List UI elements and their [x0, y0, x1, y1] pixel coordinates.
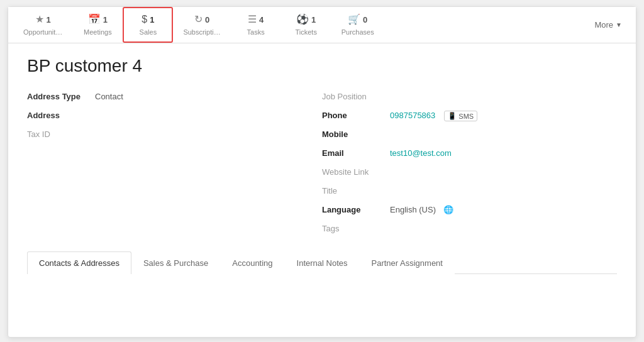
record-title[interactable]: BP customer 4	[27, 56, 617, 77]
nav-item-purchases[interactable]: 🛒 0 Purchases	[331, 7, 384, 43]
field-label-job_position: Job Position	[322, 92, 385, 101]
tasks-icon: ☰	[248, 13, 257, 26]
nav-item-opportunities[interactable]: ★ 1 Opportunit…	[13, 7, 72, 43]
field-row-language: LanguageEnglish (US)🌐	[322, 205, 617, 220]
nav-item-tickets[interactable]: ⚽ 1 Tickets	[281, 7, 331, 43]
sms-label: SMS	[458, 113, 474, 120]
field-row-left-1: Address	[27, 111, 322, 126]
subscriptions-icon: ↻	[194, 13, 203, 26]
tickets-icon: ⚽	[296, 13, 309, 26]
more-label: More	[594, 20, 613, 30]
fields-right: Job PositionPhone0987575863📱SMSMobileEma…	[322, 92, 617, 239]
purchases-icon: 🛒	[348, 13, 360, 26]
field-label-email: Email	[322, 148, 385, 158]
fields-grid: Address Type Contact Address Tax ID Job …	[27, 92, 617, 239]
field-label-1: Address	[27, 111, 90, 120]
field-value-email[interactable]: test10@test.com	[390, 148, 452, 158]
chevron-down-icon: ▼	[616, 21, 622, 28]
field-value-phone[interactable]: 0987575863	[390, 111, 435, 120]
field-row-phone: Phone0987575863📱SMS	[322, 111, 617, 126]
fields-left: Address Type Contact Address Tax ID	[27, 92, 322, 239]
tabs-bar: Contacts & AddressesSales & PurchaseAcco…	[27, 251, 617, 274]
tab-content	[27, 274, 617, 324]
nav-item-row: $ 1	[142, 13, 154, 28]
tab-sales_purchase[interactable]: Sales & Purchase	[131, 251, 220, 274]
field-row-website: Website Link	[322, 167, 617, 182]
phone-icon: 📱	[448, 112, 457, 120]
opportunities-label: Opportunit…	[23, 28, 62, 36]
tickets-label: Tickets	[295, 28, 316, 36]
field-label-0: Address Type	[27, 92, 90, 101]
field-row-left-2: Tax ID	[27, 130, 322, 145]
globe-icon: 🌐	[443, 205, 453, 214]
tab-partner_assignment[interactable]: Partner Assignment	[360, 251, 455, 274]
field-row-mobile: Mobile	[322, 130, 617, 145]
field-row-tags: Tags	[322, 224, 617, 239]
nav-item-subscriptions[interactable]: ↻ 0 Subscripti…	[173, 7, 230, 43]
field-label-website: Website Link	[322, 167, 385, 177]
nav-item-tasks[interactable]: ☰ 4 Tasks	[231, 7, 281, 43]
field-label-language: Language	[322, 205, 385, 214]
top-nav: ★ 1 Opportunit… 📅 1 Meetings $ 1 Sales ↻…	[8, 7, 636, 43]
nav-item-row: ↻ 0	[194, 13, 209, 28]
meetings-icon: 📅	[88, 13, 101, 26]
nav-item-row: 🛒 0	[348, 13, 367, 28]
main-container: ★ 1 Opportunit… 📅 1 Meetings $ 1 Sales ↻…	[8, 6, 636, 338]
tickets-count: 1	[311, 15, 316, 26]
field-label-2: Tax ID	[27, 130, 90, 139]
tab-contacts[interactable]: Contacts & Addresses	[27, 251, 131, 274]
sales-icon: $	[142, 13, 147, 26]
field-row-left-0: Address Type Contact	[27, 92, 322, 107]
sales-count: 1	[150, 15, 154, 26]
subscriptions-count: 0	[205, 15, 209, 26]
tab-internal_notes[interactable]: Internal Notes	[285, 251, 360, 274]
content-area: BP customer 4 Address Type Contact Addre…	[8, 43, 636, 337]
purchases-label: Purchases	[341, 28, 374, 36]
tasks-count: 4	[259, 15, 264, 26]
subscriptions-label: Subscripti…	[183, 28, 220, 36]
nav-item-row: 📅 1	[88, 13, 108, 28]
nav-item-sales[interactable]: $ 1 Sales	[123, 7, 173, 43]
nav-item-row: ⚽ 1	[296, 13, 316, 28]
field-value-0: Contact	[95, 92, 123, 101]
meetings-label: Meetings	[84, 28, 112, 36]
nav-item-meetings[interactable]: 📅 1 Meetings	[72, 7, 123, 43]
tab-accounting[interactable]: Accounting	[220, 251, 284, 274]
sales-label: Sales	[140, 28, 157, 36]
field-value-language: English (US)	[390, 205, 436, 214]
field-label-tags: Tags	[322, 224, 385, 233]
nav-item-row: ☰ 4	[248, 13, 264, 28]
field-row-title: Title	[322, 186, 617, 201]
nav-item-row: ★ 1	[35, 13, 51, 28]
opportunities-icon: ★	[35, 13, 44, 26]
field-label-phone: Phone	[322, 111, 385, 120]
opportunities-count: 1	[47, 15, 51, 26]
field-label-title: Title	[322, 186, 385, 196]
meetings-count: 1	[103, 15, 108, 26]
field-label-mobile: Mobile	[322, 130, 385, 139]
sms-badge[interactable]: 📱SMS	[444, 111, 477, 121]
purchases-count: 0	[363, 15, 367, 26]
field-row-job_position: Job Position	[322, 92, 617, 107]
field-row-email: Emailtest10@test.com	[322, 148, 617, 163]
tasks-label: Tasks	[247, 28, 265, 36]
more-button[interactable]: More ▼	[586, 7, 631, 43]
